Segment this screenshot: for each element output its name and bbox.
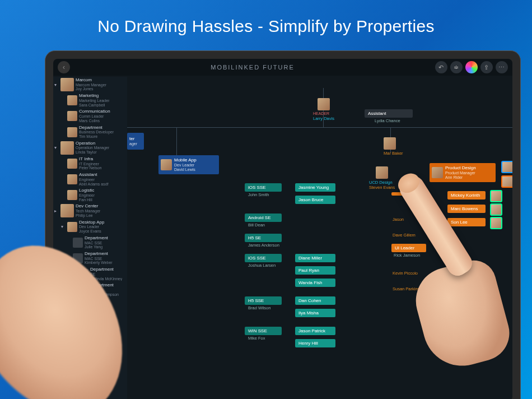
- root-node[interactable]: HEADER Larry Davis: [313, 98, 334, 121]
- sidebar-item[interactable]: AssistantEngineerAbel Adams asdf: [53, 171, 127, 187]
- sidebar-item[interactable]: ▾OperationOperation ManagerLinda Taylor: [53, 140, 127, 156]
- more-button[interactable]: ⋯: [496, 61, 508, 73]
- topbar: ‹ MOBILINKED FUTURE ↶ ≑ ⇪ ⋯: [53, 59, 512, 76]
- color-button[interactable]: [465, 61, 478, 73]
- sidebar-item[interactable]: ▾Desktop AppDev LeaderJoyce Evans: [53, 219, 127, 235]
- role-name: Mike Fox: [248, 336, 265, 341]
- person-node[interactable]: Jason Patrick: [295, 327, 335, 335]
- mar-baker-node[interactable]: Mar Baker: [384, 137, 403, 156]
- role-name: Joshua Larsen: [248, 263, 276, 268]
- assistant-name: Lydia Chance: [375, 118, 400, 123]
- sidebar-item[interactable]: LogisticEngineerFan Hill: [53, 187, 127, 203]
- role-name: James Anderson: [248, 243, 279, 248]
- person-node[interactable]: Henry Hill: [295, 339, 335, 347]
- person-node[interactable]: Diane Miller: [295, 254, 335, 262]
- sidebar-item[interactable]: ▾MarcomMarcom ManagerJoy Jones: [53, 77, 127, 92]
- partial-card[interactable]: terager: [127, 133, 144, 150]
- back-button[interactable]: ‹: [58, 61, 70, 73]
- person-node[interactable]: Ilya Misha: [295, 309, 335, 317]
- person-thumb[interactable]: [501, 161, 512, 173]
- sidebar-item[interactable]: DepartmentBusiness DeveloperTim Moore: [53, 124, 127, 140]
- person-node[interactable]: Wanda Fish: [295, 279, 335, 287]
- person-thumb[interactable]: [501, 175, 512, 188]
- sidebar-item[interactable]: MarketingMarketing LeaderSara Campbell: [53, 92, 127, 108]
- role-name: Brad Wilson: [248, 305, 270, 310]
- role-node[interactable]: H5 SSE: [245, 296, 282, 305]
- app-title: MOBILINKED FUTURE: [211, 64, 295, 71]
- role-node[interactable]: Android SE: [245, 214, 282, 222]
- person-node[interactable]: Dan Cohen: [295, 296, 335, 305]
- mobile-app-card[interactable]: Mobile App Dev Leader David Lewis: [158, 155, 219, 174]
- person-node[interactable]: Paul Ryan: [295, 266, 335, 275]
- undo-button[interactable]: ↶: [435, 61, 447, 73]
- assistant-node[interactable]: Assistant: [365, 109, 413, 118]
- role-node[interactable]: iOS SSE: [245, 254, 282, 262]
- role-node[interactable]: H5 SE: [245, 234, 282, 242]
- sidebar-item[interactable]: CommunicationComm LeaderMars Colins: [53, 108, 127, 124]
- person-node[interactable]: Jasmine Young: [295, 183, 335, 192]
- role-node[interactable]: iOS SSE: [245, 183, 282, 192]
- sidebar-item[interactable]: ▸Dev CenterTech ManagerPhilip Lee: [53, 203, 127, 219]
- layout-button[interactable]: ≑: [450, 61, 463, 73]
- share-button[interactable]: ⇪: [480, 61, 493, 73]
- page-headline: No Drawing Hassles - Simplify by Propert…: [0, 0, 532, 47]
- toolbar: ↶ ≑ ⇪ ⋯: [435, 61, 508, 73]
- person-node[interactable]: Jason Bruce: [295, 196, 335, 204]
- sidebar-item[interactable]: IT InfraIT EngineerPeter Nelson: [53, 156, 127, 171]
- role-name: Bill Dean: [248, 222, 265, 228]
- hand-right: [370, 169, 493, 337]
- sidebar-item[interactable]: DepartmentMAC SSEJulie Yang: [53, 235, 127, 250]
- role-name: John Smith: [248, 192, 269, 197]
- role-node[interactable]: WIN SSE: [245, 327, 282, 335]
